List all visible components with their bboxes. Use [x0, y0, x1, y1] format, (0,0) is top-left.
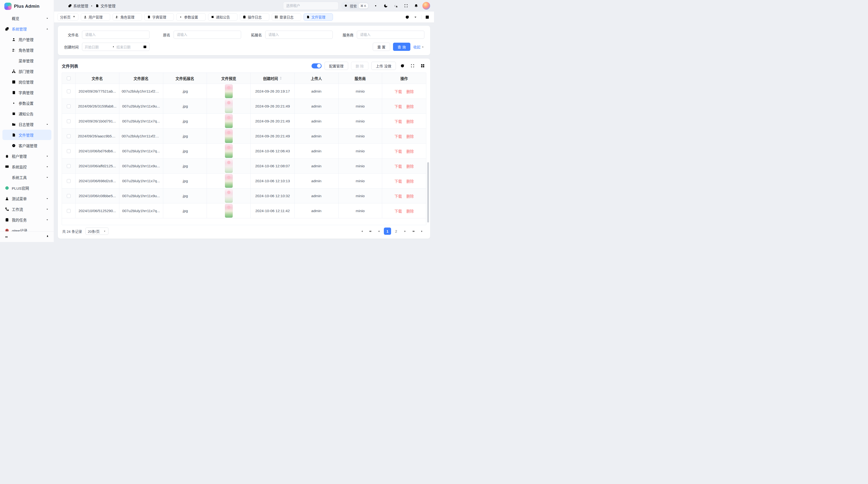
delete-link[interactable]: 删除 — [406, 104, 414, 109]
sidebar-item[interactable]: 部门管理 — [2, 66, 51, 76]
page-size-select[interactable]: 20条/页 — [85, 228, 108, 235]
download-link[interactable]: 下载 — [395, 149, 402, 154]
sidebar-item[interactable]: 测试菜单 — [2, 193, 51, 204]
row-checkbox[interactable] — [67, 104, 71, 108]
sidebar-item[interactable]: gitee记录 — [2, 225, 51, 231]
tab[interactable]: 角色管理 — [113, 13, 142, 21]
download-link[interactable]: 下载 — [395, 119, 402, 124]
delete-button[interactable]: 删 除 — [351, 62, 368, 70]
tab-close-icon[interactable] — [296, 15, 299, 19]
table-row[interactable]: 2024/10/06/698d2c8... 007u2bluly1hrr11x7… — [62, 173, 426, 189]
row-checkbox[interactable] — [67, 90, 71, 93]
filter-input[interactable] — [265, 31, 333, 39]
delete-link[interactable]: 删除 — [406, 163, 414, 169]
tab[interactable]: 操作日志 — [240, 13, 269, 21]
row-checkbox[interactable] — [67, 194, 71, 198]
table-row[interactable]: 2024/10/06/affd2125... 007u2bluly1hrr11x… — [62, 159, 426, 173]
delete-link[interactable]: 删除 — [406, 89, 414, 94]
query-button[interactable]: 查 询 — [393, 43, 410, 51]
user-avatar[interactable] — [423, 2, 430, 10]
file-preview-thumbnail[interactable] — [225, 129, 233, 143]
delete-link[interactable]: 删除 — [406, 133, 414, 139]
download-link[interactable]: 下载 — [395, 133, 402, 139]
tab-close-icon[interactable] — [232, 15, 235, 19]
date-range-picker[interactable]: 开始日期 结束日期 — [82, 43, 150, 51]
tab[interactable]: 登录日志 — [272, 13, 301, 21]
dark-mode-button[interactable] — [382, 2, 390, 10]
table-header-cell[interactable]: 文件拓展名 — [163, 73, 207, 84]
table-row[interactable]: 2024/09/26/1b0d791... 007u2bluly1hrr11x7… — [62, 114, 426, 129]
tab[interactable]: 分析页 — [57, 13, 79, 21]
delete-link[interactable]: 删除 — [406, 119, 414, 124]
sidebar-item[interactable]: 岗位管理 — [2, 77, 51, 87]
sidebar-item[interactable]: PLUS官网 — [2, 183, 51, 193]
jump-back-button[interactable] — [367, 228, 374, 235]
table-header-cell[interactable]: 操作 — [382, 73, 426, 84]
upload-button[interactable]: 上传 没做 — [371, 62, 396, 70]
settings-button[interactable] — [372, 2, 379, 10]
download-link[interactable]: 下载 — [395, 193, 402, 199]
tab-close-icon[interactable] — [327, 15, 330, 19]
table-row[interactable]: 2024/09/26/3159fab8... 007u2bluly1hrr11x… — [62, 99, 426, 114]
notifications-button[interactable] — [412, 2, 420, 10]
fullscreen-button[interactable] — [402, 2, 410, 10]
collapse-sidebar-button[interactable] — [2, 233, 10, 241]
file-preview-thumbnail[interactable] — [225, 84, 233, 98]
tenant-select-input[interactable] — [283, 2, 339, 10]
breadcrumb-item-system[interactable]: 系统管理 — [68, 3, 88, 8]
filter-input[interactable] — [82, 31, 150, 39]
table-row[interactable]: 2024/09/26/77521ab... 007u2bluly1hrr11xf… — [62, 84, 426, 99]
sidebar-item[interactable]: 系统工具 — [2, 172, 51, 183]
first-page-button[interactable] — [358, 228, 365, 235]
tab[interactable]: 文件管理 — [304, 13, 333, 21]
refresh-table-button[interactable] — [399, 62, 406, 69]
prev-page-button[interactable] — [375, 228, 382, 235]
collapse-filters-link[interactable]: 收起 — [413, 44, 424, 50]
download-link[interactable]: 下载 — [395, 104, 402, 109]
tab-pin-icon[interactable] — [72, 15, 76, 19]
last-page-button[interactable] — [418, 228, 426, 235]
config-management-button[interactable]: 配置管理 — [324, 62, 348, 70]
filter-input[interactable] — [357, 31, 424, 39]
table-mode-toggle[interactable] — [311, 63, 322, 68]
delete-link[interactable]: 删除 — [406, 149, 414, 154]
global-search-button[interactable]: 搜索 ⌘ K — [341, 2, 369, 10]
tab-close-icon[interactable] — [168, 15, 171, 19]
row-checkbox[interactable] — [67, 134, 71, 138]
table-header-cell[interactable]: 服务商 — [339, 73, 382, 84]
download-link[interactable]: 下载 — [395, 208, 402, 214]
sidebar-item[interactable]: 客户端管理 — [2, 140, 51, 151]
sidebar-item[interactable]: 工作流 — [2, 204, 51, 214]
row-checkbox[interactable] — [67, 164, 71, 168]
table-fullscreen-button[interactable] — [409, 62, 416, 69]
pin-sidebar-button[interactable] — [44, 233, 51, 241]
breadcrumb-item-file[interactable]: 文件管理 — [95, 3, 116, 8]
sidebar-item[interactable]: 租户管理 — [2, 151, 51, 161]
tab-close-icon[interactable] — [104, 15, 107, 19]
column-settings-button[interactable] — [419, 62, 426, 69]
sidebar-item[interactable]: 我的任务 — [2, 215, 51, 225]
select-all-checkbox[interactable] — [67, 76, 71, 80]
layout-panel-button[interactable] — [424, 13, 431, 21]
filter-input[interactable] — [174, 31, 241, 39]
delete-link[interactable]: 删除 — [406, 179, 414, 184]
reset-button[interactable]: 重 置 — [373, 43, 390, 51]
table-header-cell[interactable]: 创建时间 — [251, 73, 294, 84]
sidebar-item[interactable]: 用户管理 — [2, 34, 51, 44]
file-preview-thumbnail[interactable] — [225, 159, 233, 173]
table-row[interactable]: 2024/10/06/c08bbe5... 007u2bluly1hrr11x9… — [62, 189, 426, 203]
table-header-cell[interactable]: 文件名 — [75, 73, 119, 84]
tab[interactable]: 参数设置 — [176, 13, 206, 21]
file-preview-thumbnail[interactable] — [225, 189, 233, 203]
page-number-button[interactable]: 2 — [393, 228, 400, 235]
table-header-cell[interactable]: 文件原名 — [119, 73, 163, 84]
row-checkbox[interactable] — [67, 179, 71, 183]
sidebar-item[interactable]: 系统管理 — [2, 24, 51, 34]
tab[interactable]: 字典管理 — [145, 13, 174, 21]
file-preview-thumbnail[interactable] — [225, 99, 233, 113]
page-number-button[interactable]: 1 — [384, 228, 391, 235]
table-row[interactable]: 2024/10/06/5125290... 007u2bluly1hrr11x7… — [62, 203, 426, 218]
file-preview-thumbnail[interactable] — [225, 174, 233, 188]
table-row[interactable]: 2024/10/06/bd76db6... 007u2bluly1hrr11x7… — [62, 144, 426, 159]
tab-close-icon[interactable] — [200, 15, 203, 19]
